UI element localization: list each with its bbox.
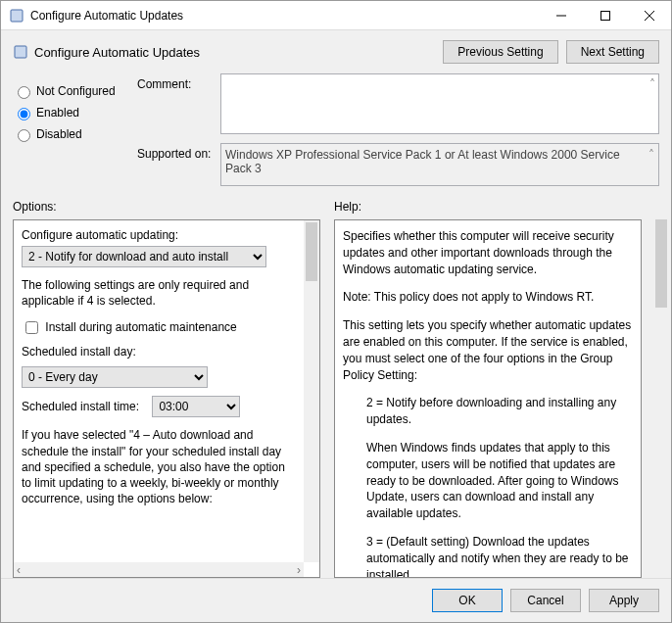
help-text: 2 = Notify before downloading and instal…	[343, 395, 635, 428]
next-setting-button[interactable]: Next Setting	[566, 40, 659, 64]
svg-rect-2	[600, 11, 609, 20]
window-title: Configure Automatic Updates	[30, 9, 539, 23]
maximize-button[interactable]	[583, 1, 627, 29]
following-note: The following settings are only required…	[22, 277, 296, 309]
help-label: Help:	[334, 200, 642, 214]
scroll-up-icon: ˄	[648, 148, 654, 162]
help-text: Specifies whether this computer will rec…	[343, 228, 635, 277]
help-text: When Windows finds updates that apply to…	[343, 440, 635, 522]
supported-on-label: Supported on:	[137, 143, 220, 186]
cancel-button[interactable]: Cancel	[510, 589, 581, 612]
footer: OK Cancel Apply	[1, 578, 671, 622]
dialog-window: Configure Automatic Updates Configure Au…	[0, 0, 672, 623]
scheduled-time-label: Scheduled install time:	[22, 400, 139, 413]
scheduled-time-select[interactable]: 03:00	[152, 396, 240, 417]
svg-rect-0	[11, 10, 23, 22]
options-vscrollbar[interactable]	[304, 220, 319, 562]
radio-disabled-input[interactable]	[18, 129, 30, 142]
close-button[interactable]	[627, 1, 671, 29]
help-body: Specifies whether this computer will rec…	[334, 219, 642, 578]
minimize-button[interactable]	[539, 1, 583, 29]
ok-button[interactable]: OK	[432, 589, 503, 612]
install-maintenance-checkbox[interactable]	[25, 321, 38, 334]
right-column: Comment: ˄ Supported on: Windows XP Prof…	[137, 73, 659, 186]
options-pane: Options: Configure automatic updating: 2…	[13, 194, 320, 578]
options-body: Configure automatic updating: 2 - Notify…	[13, 219, 320, 578]
titlebar: Configure Automatic Updates	[1, 1, 671, 30]
radio-enabled[interactable]: Enabled	[13, 105, 125, 120]
help-vscrollbar[interactable]	[653, 217, 669, 578]
scheduled-day-label: Scheduled install day:	[22, 345, 300, 359]
comment-textarea[interactable]	[220, 73, 659, 134]
auto-download-note: If you have selected "4 – Auto download …	[22, 427, 296, 506]
radio-enabled-input[interactable]	[18, 108, 30, 120]
supported-on-box: Windows XP Professional Service Pack 1 o…	[220, 143, 659, 186]
help-text: This setting lets you specify whether au…	[343, 317, 635, 383]
policy-icon	[13, 44, 28, 60]
radio-not-configured[interactable]: Not Configured	[13, 83, 125, 99]
policy-icon	[9, 8, 24, 24]
svg-rect-5	[15, 46, 26, 58]
help-text: Note: This policy does not apply to Wind…	[343, 289, 635, 306]
install-maintenance-checkbox-label[interactable]: Install during automatic maintenance	[22, 320, 237, 334]
help-text: 3 = (Default setting) Download the updat…	[343, 534, 635, 578]
options-label: Options:	[13, 200, 320, 214]
panes: Options: Configure automatic updating: 2…	[1, 194, 653, 578]
settings-row: Not Configured Enabled Disabled Comment:…	[1, 73, 671, 194]
options-hscrollbar[interactable]: ‹›	[14, 562, 304, 577]
comment-label: Comment:	[137, 73, 220, 137]
state-radios: Not Configured Enabled Disabled	[13, 73, 125, 186]
scheduled-day-select[interactable]: 0 - Every day	[22, 366, 208, 388]
radio-disabled[interactable]: Disabled	[13, 126, 125, 142]
help-pane: Help: Specifies whether this computer wi…	[334, 194, 642, 578]
configure-updating-select[interactable]: 2 - Notify for download and auto install	[22, 246, 266, 267]
previous-setting-button[interactable]: Previous Setting	[443, 40, 557, 64]
apply-button[interactable]: Apply	[589, 589, 659, 612]
radio-not-configured-input[interactable]	[18, 86, 30, 99]
header: Configure Automatic Updates Previous Set…	[1, 30, 671, 73]
configure-updating-label: Configure automatic updating:	[22, 228, 300, 242]
policy-title: Configure Automatic Updates	[34, 45, 435, 60]
